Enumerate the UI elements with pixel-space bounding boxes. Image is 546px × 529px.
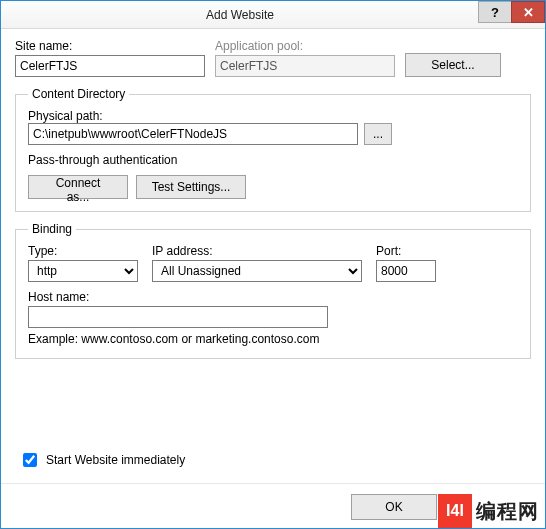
port-label: Port: — [376, 244, 436, 258]
type-col: Type: http — [28, 244, 138, 282]
browse-button[interactable]: ... — [364, 123, 392, 145]
ok-button[interactable]: OK — [351, 494, 437, 520]
start-immediately-label: Start Website immediately — [46, 453, 185, 467]
select-col: Select... — [405, 53, 501, 77]
help-button[interactable]: ? — [478, 1, 512, 23]
auth-buttons-row: Connect as... Test Settings... — [28, 175, 518, 199]
port-input[interactable] — [376, 260, 436, 282]
close-button[interactable]: ✕ — [511, 1, 545, 23]
close-icon: ✕ — [523, 5, 534, 20]
physical-path-row: ... — [28, 123, 518, 145]
content-directory-group: Content Directory Physical path: ... Pas… — [15, 87, 531, 212]
start-immediately-checkbox[interactable] — [23, 453, 37, 467]
type-select[interactable]: http — [28, 260, 138, 282]
host-name-label: Host name: — [28, 290, 328, 304]
title-bar: Add Website ? ✕ — [1, 1, 545, 29]
app-pool-label: Application pool: — [215, 39, 395, 53]
dialog-window: Add Website ? ✕ Site name: Application p… — [0, 0, 546, 529]
select-button[interactable]: Select... — [405, 53, 501, 77]
host-name-example: Example: www.contoso.com or marketing.co… — [28, 332, 518, 346]
watermark: I4I 编程网 — [438, 494, 545, 528]
binding-legend: Binding — [28, 222, 76, 236]
connect-as-button[interactable]: Connect as... — [28, 175, 128, 199]
ip-select[interactable]: All Unassigned — [152, 260, 362, 282]
client-area: Site name: Application pool: Select... C… — [1, 29, 545, 359]
content-directory-legend: Content Directory — [28, 87, 129, 101]
app-pool-group: Application pool: — [215, 39, 395, 77]
host-name-input[interactable] — [28, 306, 328, 328]
binding-row-1: Type: http IP address: All Unassigned Po… — [28, 244, 518, 282]
ip-col: IP address: All Unassigned — [152, 244, 362, 282]
pass-through-label: Pass-through authentication — [28, 153, 518, 167]
site-name-group: Site name: — [15, 39, 205, 77]
site-name-input[interactable] — [15, 55, 205, 77]
physical-path-label: Physical path: — [28, 109, 103, 123]
top-row: Site name: Application pool: Select... — [15, 39, 531, 77]
watermark-text: 编程网 — [476, 498, 539, 525]
footer-separator — [1, 483, 545, 484]
ip-label: IP address: — [152, 244, 362, 258]
binding-group: Binding Type: http IP address: All Unass… — [15, 222, 531, 359]
start-immediately-row: Start Website immediately — [19, 450, 185, 470]
physical-path-input[interactable] — [28, 123, 358, 145]
question-icon: ? — [491, 5, 499, 20]
port-col: Port: — [376, 244, 436, 282]
host-name-col: Host name: — [28, 290, 328, 328]
site-name-label: Site name: — [15, 39, 205, 53]
window-buttons: ? ✕ — [479, 1, 545, 28]
watermark-logo: I4I — [438, 494, 472, 528]
window-title: Add Website — [1, 8, 479, 22]
test-settings-button[interactable]: Test Settings... — [136, 175, 246, 199]
app-pool-input — [215, 55, 395, 77]
type-label: Type: — [28, 244, 138, 258]
